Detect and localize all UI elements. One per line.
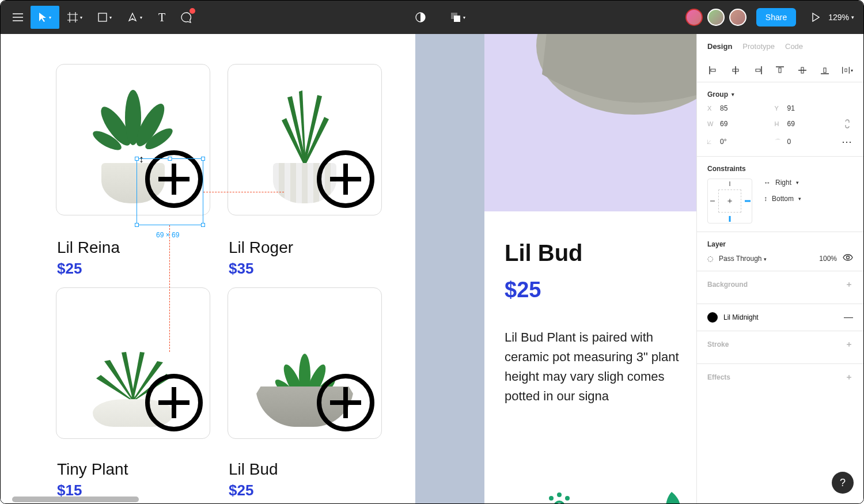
tab-code[interactable]: Code (785, 42, 803, 51)
svg-rect-4 (454, 16, 460, 22)
svg-point-32 (847, 256, 850, 259)
svg-point-16 (555, 502, 564, 503)
fill-section: Lil Midnight — (697, 304, 863, 331)
move-tool[interactable]: ▾ (31, 6, 59, 29)
avatar[interactable] (685, 9, 703, 26)
tab-prototype[interactable]: Prototype (742, 42, 775, 51)
rotation-input[interactable] (720, 138, 743, 146)
resize-handle[interactable] (168, 157, 172, 161)
product-name: Lil Roger (229, 238, 293, 257)
product-name: Lil Bud (229, 460, 278, 479)
plant-image-large (502, 34, 696, 149)
fill-name: Lil Midnight (723, 313, 759, 321)
play-icon[interactable] (804, 6, 827, 29)
add-button[interactable] (317, 374, 374, 431)
avatar[interactable] (729, 9, 746, 26)
constraints-widget[interactable]: ＋ (707, 179, 752, 223)
align-left-icon[interactable] (707, 65, 719, 76)
x-input[interactable] (720, 104, 743, 112)
radius-icon: ⌒ (775, 138, 783, 146)
resize-handle[interactable] (201, 223, 205, 227)
product-card (228, 64, 382, 215)
inspector-panel: Design Prototype Code ▾ Group▾ X Y W H ⟀ (696, 34, 863, 503)
svg-point-22 (565, 496, 570, 501)
avatar[interactable] (707, 9, 725, 26)
product-card (228, 287, 382, 439)
badge-icon (657, 489, 686, 503)
svg-rect-28 (779, 68, 781, 73)
visibility-icon[interactable] (843, 254, 853, 263)
product-name: Lil Reina (57, 238, 120, 257)
selection-bounds[interactable] (137, 158, 203, 225)
badge-icon (542, 489, 577, 503)
panel-tabs: Design Prototype Code (697, 34, 863, 59)
arrow-h-icon: ↔ (764, 179, 771, 187)
color-swatch[interactable] (707, 312, 718, 323)
align-hcenter-icon[interactable] (730, 65, 741, 76)
w-input[interactable] (720, 120, 743, 128)
effects-section: Effects＋ (697, 364, 863, 396)
selection-size-label: 69 × 69 (156, 231, 179, 239)
align-bottom-icon[interactable] (819, 65, 831, 76)
badge-row (542, 489, 686, 503)
align-right-icon[interactable] (752, 65, 764, 76)
tab-design[interactable]: Design (707, 42, 732, 51)
svg-rect-30 (824, 68, 826, 73)
contrast-icon[interactable] (409, 6, 432, 29)
svg-rect-25 (711, 69, 715, 71)
frame-detail: Lil Bud $25 Lil Bud Plant is paired with… (484, 211, 696, 503)
add-stroke-icon[interactable]: ＋ (845, 339, 853, 350)
frame-tool[interactable]: ▾ (60, 6, 89, 29)
detail-body: Lil Bud Plant is paired with ceramic pot… (505, 328, 695, 406)
comment-tool[interactable] (175, 6, 198, 29)
canvas[interactable]: Lil Reina $25 Lil Roger $35 Tiny Pla (1, 34, 696, 503)
pen-tool[interactable]: ▾ (120, 6, 149, 29)
constrain-proportions-icon[interactable] (842, 118, 853, 130)
detail-title: Lil Bud (505, 240, 695, 266)
product-price: $25 (57, 260, 82, 278)
resize-handle[interactable] (135, 223, 139, 227)
product-price: $25 (229, 482, 253, 499)
share-button[interactable]: Share (756, 8, 796, 26)
svg-point-17 (557, 492, 562, 497)
add-button[interactable] (145, 374, 203, 431)
blend-dropdown[interactable]: Pass Through ▾ (719, 255, 767, 263)
more-options-icon[interactable]: ⋯ (842, 135, 853, 148)
distribute-icon[interactable]: ▾ (842, 65, 853, 76)
y-input[interactable] (787, 104, 810, 112)
text-tool[interactable]: T (150, 6, 173, 29)
zoom-dropdown[interactable]: 129%▾ (828, 13, 854, 22)
constraint-v-dropdown[interactable]: ↕Bottom▾ (764, 195, 801, 203)
transform-section: Group▾ X Y W H ⟀ ⌒ ⋯ (697, 82, 863, 157)
constraints-section: Constraints ＋ ↔Right▾ ↕Bottom▾ (697, 157, 863, 232)
detach-style-icon[interactable]: — (844, 312, 853, 323)
h-input[interactable] (787, 120, 810, 128)
background-section: Background＋ (697, 271, 863, 304)
stroke-section: Stroke＋ (697, 331, 863, 364)
help-button[interactable]: ? (832, 472, 854, 494)
constraint-h-dropdown[interactable]: ↔Right▾ (764, 179, 801, 187)
angle-icon: ⟀ (707, 138, 715, 145)
align-vcenter-icon[interactable] (797, 65, 808, 76)
frame-product-grid: Lil Reina $25 Lil Roger $35 Tiny Pla (1, 34, 415, 503)
opacity-input[interactable]: 100% (819, 255, 837, 263)
shape-tool[interactable]: ▾ (90, 6, 119, 29)
group-dropdown[interactable]: Group▾ (707, 90, 853, 98)
add-background-icon[interactable]: ＋ (845, 279, 853, 290)
resize-handle[interactable] (201, 157, 205, 161)
scrollbar-horizontal[interactable] (12, 497, 139, 502)
product-name: Tiny Plant (57, 460, 128, 479)
component-tool[interactable]: ▾ (444, 6, 472, 29)
product-price: $35 (229, 260, 253, 278)
alignment-guide (203, 192, 284, 192)
svg-point-1 (132, 18, 134, 20)
detail-price: $25 (505, 278, 695, 302)
alignment-controls: ▾ (697, 59, 863, 82)
radius-input[interactable] (787, 138, 810, 146)
menu-icon[interactable] (6, 6, 29, 29)
add-button[interactable] (317, 150, 374, 208)
align-top-icon[interactable] (774, 65, 786, 76)
svg-rect-0 (98, 13, 107, 21)
add-effect-icon[interactable]: ＋ (845, 372, 853, 382)
resize-handle[interactable] (135, 157, 139, 161)
